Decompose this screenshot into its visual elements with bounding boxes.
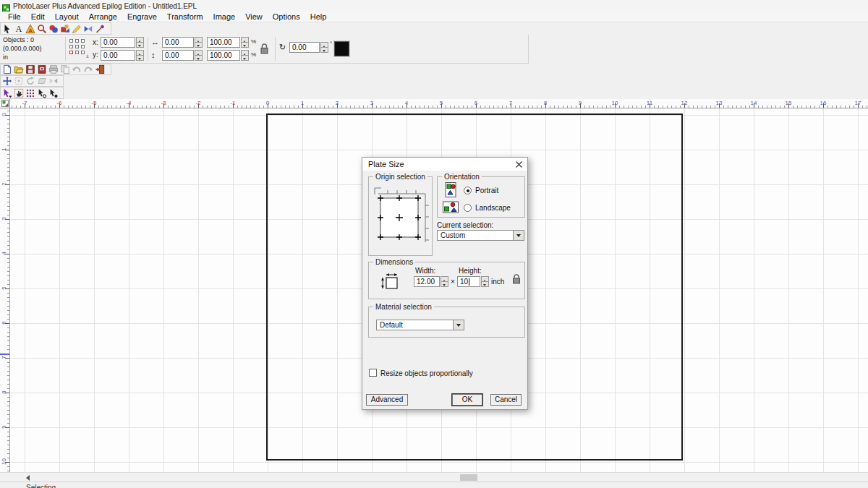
pick-fill-tool-icon[interactable] bbox=[48, 87, 59, 98]
open-document-icon[interactable] bbox=[13, 64, 25, 75]
undo-icon[interactable] bbox=[71, 64, 82, 75]
exit-icon[interactable] bbox=[94, 64, 106, 75]
current-selection-dropdown[interactable]: Custom bbox=[437, 230, 524, 241]
position-tool-icon[interactable] bbox=[13, 76, 25, 87]
save-document-icon[interactable] bbox=[25, 64, 36, 75]
brush-tool-icon[interactable] bbox=[94, 23, 106, 34]
scrollbar-thumb[interactable] bbox=[460, 474, 477, 481]
scale-y-spinner[interactable] bbox=[241, 50, 249, 61]
resize-proportionally-checkbox[interactable] bbox=[369, 369, 377, 377]
width-spinner[interactable] bbox=[441, 276, 448, 287]
menu-engrave[interactable]: Engrave bbox=[122, 12, 162, 21]
y-position-field[interactable]: 0.00 bbox=[101, 50, 135, 61]
print-icon[interactable] bbox=[48, 64, 59, 75]
text-warp-tool-icon[interactable]: A bbox=[25, 23, 36, 34]
landscape-radio[interactable] bbox=[464, 204, 472, 212]
copy-icon[interactable] bbox=[59, 64, 71, 75]
rotation-field[interactable]: 0.00 bbox=[289, 42, 320, 53]
menu-edit[interactable]: Edit bbox=[26, 12, 50, 21]
origin-selection-group: Origin selection bbox=[368, 176, 433, 256]
menu-layout[interactable]: Layout bbox=[50, 12, 84, 21]
text-tool-icon[interactable]: A bbox=[13, 23, 25, 34]
menu-view[interactable]: View bbox=[240, 12, 268, 21]
menu-arrange[interactable]: Arrange bbox=[84, 12, 122, 21]
menu-help[interactable]: Help bbox=[305, 12, 332, 21]
node-edit-tool-icon[interactable] bbox=[82, 23, 94, 34]
object-width-field[interactable]: 0.00 bbox=[162, 37, 194, 48]
object-width-spinner[interactable] bbox=[195, 37, 203, 48]
h-ruler-number: -1 bbox=[230, 100, 235, 106]
property-bar: Objects : 0 (0.000,0.000) in ± x: 0.00 y… bbox=[0, 35, 529, 64]
select-tool-icon[interactable] bbox=[1, 23, 13, 34]
h-ruler-number: -6 bbox=[56, 100, 61, 106]
dialog-title-bar[interactable]: Plate Size bbox=[362, 158, 527, 171]
scroll-left-icon[interactable] bbox=[23, 474, 33, 481]
x-position-field[interactable]: 0.00 bbox=[101, 37, 135, 48]
pick-tool-icon[interactable] bbox=[1, 87, 13, 98]
move-tool-icon[interactable] bbox=[1, 76, 13, 87]
v-ruler-number: 4 bbox=[1, 249, 7, 257]
height-spinner[interactable] bbox=[481, 276, 489, 287]
height-field[interactable]: 10 bbox=[457, 276, 480, 287]
new-document-icon[interactable] bbox=[1, 64, 13, 75]
menu-image[interactable]: Image bbox=[208, 12, 241, 21]
rotation-spinner[interactable] bbox=[320, 42, 328, 53]
dropdown-arrow-icon[interactable] bbox=[453, 320, 464, 330]
current-selection-value: Custom bbox=[441, 231, 465, 239]
h-ruler-number: 1 bbox=[301, 100, 304, 106]
rotate-tool-icon[interactable] bbox=[25, 76, 36, 87]
app-icon bbox=[2, 2, 10, 10]
scale-y-field[interactable]: 100.00 bbox=[207, 50, 240, 61]
x-position-spinner[interactable] bbox=[136, 37, 144, 48]
h-ruler-number: -4 bbox=[126, 100, 131, 106]
scale-x-spinner[interactable] bbox=[241, 37, 249, 48]
object-height-field[interactable]: 0.00 bbox=[162, 50, 194, 61]
cursor-coordinates: (0.000,0.000) bbox=[3, 44, 62, 53]
v-ruler-number: 2 bbox=[1, 180, 7, 188]
separator bbox=[65, 37, 66, 61]
plate-dimensions-icon bbox=[379, 272, 399, 294]
menu-bar: FileEditLayoutArrangeEngraveTransformIma… bbox=[0, 12, 868, 22]
menu-transform[interactable]: Transform bbox=[162, 12, 208, 21]
redo-icon[interactable] bbox=[82, 64, 94, 75]
scale-x-field[interactable]: 100.00 bbox=[207, 37, 240, 48]
y-position-spinner[interactable] bbox=[136, 50, 144, 61]
material-group-label: Material selection bbox=[373, 303, 434, 311]
width-field[interactable]: 12.00 bbox=[414, 276, 440, 287]
grid-tool-icon[interactable] bbox=[25, 87, 36, 98]
advanced-button[interactable]: Advanced bbox=[366, 394, 408, 406]
horizontal-scrollbar[interactable] bbox=[0, 472, 868, 481]
shapes-tool-icon[interactable] bbox=[48, 23, 59, 34]
anchor-point-selector[interactable] bbox=[69, 39, 85, 54]
origin-selector-diagram[interactable] bbox=[373, 184, 429, 249]
ok-button[interactable]: OK bbox=[452, 394, 482, 406]
dropdown-arrow-icon[interactable] bbox=[513, 231, 524, 240]
zoom-tool-icon[interactable] bbox=[36, 23, 48, 34]
pan-tool-icon[interactable] bbox=[13, 87, 25, 98]
import-image-icon[interactable] bbox=[36, 64, 48, 75]
h-ruler-number: 13 bbox=[716, 100, 723, 106]
page-color-swatch[interactable] bbox=[334, 41, 349, 56]
dimensions-lock-icon[interactable] bbox=[511, 273, 522, 288]
pick-outline-tool-icon[interactable] bbox=[36, 87, 48, 98]
cancel-button[interactable]: Cancel bbox=[490, 394, 522, 406]
skew-tool-icon[interactable] bbox=[36, 76, 48, 87]
close-icon[interactable] bbox=[513, 159, 525, 169]
h-ruler: -7-6-5-4-3-2-101234567891011121314151617 bbox=[10, 99, 868, 108]
scale-lock-icon[interactable] bbox=[259, 43, 270, 58]
text-caret bbox=[469, 278, 469, 286]
mirror-tool-icon[interactable] bbox=[48, 76, 59, 87]
menu-options[interactable]: Options bbox=[268, 12, 305, 21]
object-height-spinner[interactable] bbox=[195, 50, 203, 61]
clipart-tool-icon[interactable] bbox=[59, 23, 71, 34]
status-bar: Selecting bbox=[0, 481, 868, 488]
v-ruler-number: 6 bbox=[1, 319, 7, 327]
material-value: Default bbox=[380, 321, 403, 329]
main-toolbar: AA bbox=[0, 22, 111, 35]
material-dropdown[interactable]: Default bbox=[376, 320, 464, 330]
portrait-radio[interactable] bbox=[464, 187, 472, 194]
ruler-origin-button[interactable] bbox=[0, 99, 10, 108]
menu-file[interactable]: File bbox=[3, 12, 26, 21]
pencil-tool-icon[interactable] bbox=[71, 23, 82, 34]
degree-label: ° bbox=[330, 40, 332, 47]
